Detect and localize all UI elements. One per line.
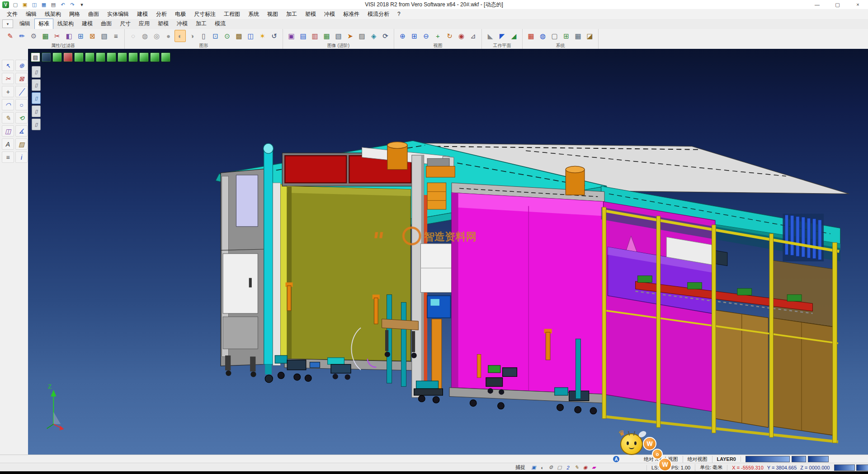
view-cube-iso-1[interactable] <box>85 52 94 62</box>
minimize-button[interactable]: — <box>807 0 827 9</box>
menu-item[interactable]: 标准件 <box>339 10 363 18</box>
mode-button-4[interactable]: ▯ <box>32 105 41 117</box>
system-palette-icon[interactable]: ▦ <box>525 30 537 42</box>
snap-label[interactable]: 捕捉 <box>515 464 525 471</box>
layer-filter-icon[interactable]: ▧ <box>99 30 110 42</box>
workplane-align-icon[interactable]: ◤ <box>496 30 508 42</box>
filter-off-icon[interactable]: ⊠ <box>87 30 98 42</box>
view-cube-iso-2[interactable] <box>96 52 105 62</box>
rotate-tool-icon[interactable]: ⟲ <box>15 112 28 123</box>
view-cube-iso-4[interactable] <box>161 52 170 62</box>
view-cube-back[interactable] <box>128 52 138 62</box>
tab-standard[interactable]: 标准 <box>34 19 53 29</box>
dynamic-view-icon[interactable]: ◉ <box>456 30 467 42</box>
graphics-cylinder-icon[interactable]: ⊙ <box>222 30 233 42</box>
graphics-box-icon[interactable]: ⊡ <box>210 30 221 42</box>
menu-item[interactable]: 文件 <box>3 10 22 18</box>
system-globe-icon[interactable]: ◍ <box>537 30 548 42</box>
menu-item[interactable]: 加工 <box>282 10 301 18</box>
color-swatch[interactable] <box>792 456 806 462</box>
filter-list-icon[interactable]: ≡ <box>110 30 122 42</box>
color-swatch[interactable] <box>808 456 829 462</box>
layer-selector[interactable]: LAYER0 <box>712 456 741 462</box>
info-tool-icon[interactable]: i <box>15 152 28 163</box>
rotate-view-icon[interactable]: ↻ <box>444 30 455 42</box>
view-cube-shaded[interactable] <box>42 52 51 62</box>
tab-edit[interactable]: 编辑 <box>15 19 34 29</box>
workplane-xy-icon[interactable]: ◣ <box>485 30 496 42</box>
save-all-icon[interactable]: ▦ <box>39 0 48 9</box>
mode-button-2[interactable]: ▯ <box>32 79 41 91</box>
color-swatch[interactable] <box>745 456 790 462</box>
render-shaded-edges-icon[interactable]: ● <box>163 30 174 42</box>
display-list-icon[interactable]: ▤ <box>31 52 40 62</box>
menu-item[interactable]: 曲面 <box>84 10 103 18</box>
status-magnet-icon[interactable]: ◉ <box>581 464 589 471</box>
status-gear-icon[interactable]: ⚙ <box>547 464 555 471</box>
point-tool-icon[interactable]: + <box>2 86 14 97</box>
image-print-icon[interactable]: ▨ <box>356 30 368 42</box>
status-layer2-icon[interactable]: 2 <box>564 464 572 471</box>
graphics-reset-icon[interactable]: ↺ <box>269 30 280 42</box>
view-cube-bottom[interactable] <box>139 52 149 62</box>
view-cube-front[interactable] <box>52 52 62 62</box>
menu-item[interactable]: 冲模 <box>320 10 339 18</box>
menu-item[interactable]: 工程图 <box>220 10 244 18</box>
graphics-light-icon[interactable]: ✶ <box>257 30 268 42</box>
view-indicator[interactable]: 绝对视图 <box>683 456 712 463</box>
line-tool-icon[interactable]: ╱ <box>15 86 28 97</box>
edit-pencil-icon[interactable]: ✎ <box>2 112 14 123</box>
tab-overflow-button[interactable]: ▾ <box>2 19 13 28</box>
view-section-icon[interactable]: ▯ <box>198 30 209 42</box>
close-button[interactable]: × <box>848 0 868 9</box>
print-icon[interactable]: ▤ <box>49 0 58 9</box>
maximize-button[interactable]: ▢ <box>827 0 848 9</box>
open-file-icon[interactable]: ▣ <box>20 0 29 9</box>
menu-item[interactable]: 视图 <box>263 10 282 18</box>
menu-item[interactable]: 尺寸标注 <box>190 10 220 18</box>
system-perspective-icon[interactable]: ◪ <box>584 30 595 42</box>
pan-view-icon[interactable]: + <box>432 30 443 42</box>
graphics-texture-icon[interactable]: ▩ <box>233 30 245 42</box>
tab-moldflow[interactable]: 模流 <box>211 19 230 29</box>
arc-tool-icon[interactable]: ◠ <box>2 99 14 110</box>
circle-tool-icon[interactable]: ○ <box>15 99 28 110</box>
zoom-previous-icon[interactable]: ⊖ <box>420 30 432 42</box>
new-file-icon[interactable]: ▢ <box>11 0 20 9</box>
attribute-paint-icon[interactable]: ✎ <box>5 30 16 42</box>
menu-item[interactable]: 线架构 <box>41 10 65 18</box>
view-cube-right[interactable] <box>118 52 127 62</box>
image-export-icon[interactable]: ➤ <box>344 30 356 42</box>
erase-icon[interactable]: ⊠ <box>15 73 28 84</box>
tab-die[interactable]: 冲模 <box>173 19 192 29</box>
mode-button-1[interactable]: ▯ <box>32 66 41 78</box>
viewport-3d[interactable]: 智造资料网 Z ▤ ▯▯▯▯▯ <box>28 49 868 455</box>
menu-item[interactable]: 塑模 <box>301 10 320 18</box>
render-hidden-line-icon[interactable]: ◍ <box>139 30 151 42</box>
zoom-window-icon[interactable]: ⊞ <box>409 30 420 42</box>
tab-application[interactable]: 应用 <box>135 19 154 29</box>
color-swatch[interactable] <box>856 465 868 471</box>
view-cube-iso-3[interactable] <box>150 52 160 62</box>
status-display-icon[interactable]: ▣ <box>530 464 538 471</box>
tab-machining[interactable]: 加工 <box>192 19 211 29</box>
undo-icon[interactable]: ↶ <box>58 0 67 9</box>
view-cube-left[interactable] <box>107 52 116 62</box>
view-cube-cursor[interactable] <box>63 52 73 62</box>
status-window-icon[interactable]: ▢ <box>556 464 563 471</box>
tab-mold[interactable]: 塑模 <box>154 19 173 29</box>
save-icon[interactable]: ◫ <box>30 0 39 9</box>
graphics-material-icon[interactable]: ◫ <box>245 30 256 42</box>
menu-item[interactable]: 网格 <box>65 10 84 18</box>
trim-scissors-icon[interactable]: ✂ <box>2 73 14 84</box>
menu-item[interactable]: 建模 <box>133 10 152 18</box>
tab-surface[interactable]: 曲面 <box>97 19 116 29</box>
image-background-icon[interactable]: ▧ <box>333 30 344 42</box>
image-capture-icon[interactable]: ▣ <box>286 30 297 42</box>
system-grid-icon[interactable]: ⊞ <box>561 30 572 42</box>
system-window-icon[interactable]: ▢ <box>549 30 560 42</box>
menu-item[interactable]: ? <box>393 11 405 17</box>
menu-item[interactable]: 电极 <box>171 10 190 18</box>
tab-wireframe[interactable]: 线架构 <box>53 19 78 29</box>
redo-icon[interactable]: ↷ <box>68 0 77 9</box>
